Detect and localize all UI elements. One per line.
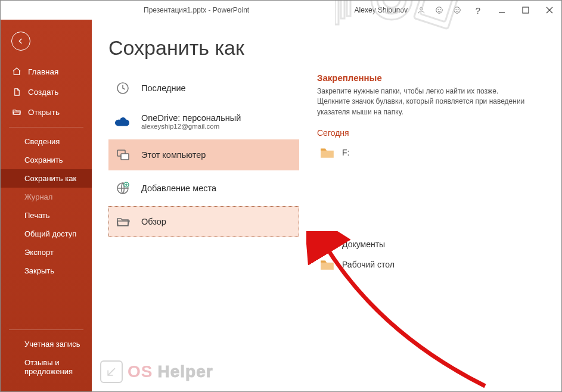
svg-point-10 [438, 9, 439, 10]
new-file-icon [11, 86, 22, 97]
pinned-heading: Закрепленные [317, 73, 544, 83]
sidebar-item-open[interactable]: Открыть [1, 102, 92, 122]
window-restore-button[interactable] [514, 1, 538, 20]
help-button[interactable]: ? [466, 1, 490, 20]
recent-folder-row[interactable]: F: [317, 142, 544, 163]
window-close-button[interactable] [538, 1, 561, 20]
sidebar-item-label: Главная [28, 67, 58, 76]
folder-documents[interactable]: Документы [317, 234, 544, 254]
pinned-description: Закрепите нужные папки, чтобы легко найт… [317, 86, 532, 117]
location-label: OneDrive: персональный [141, 113, 241, 123]
today-heading: Сегодня [317, 128, 544, 138]
location-sublabel: alexeyship12@gmail.com [141, 123, 241, 130]
locations-list: Последние OneDrive: персональный alexeys… [108, 73, 299, 275]
sidebar-item-history[interactable]: Журнал [1, 188, 92, 206]
back-button[interactable] [11, 32, 30, 51]
location-label: Последние [141, 83, 186, 93]
add-place-icon [114, 179, 132, 197]
sidebar-item-label: Учетная запись [24, 340, 80, 349]
sidebar-item-share[interactable]: Общий доступ [1, 225, 92, 243]
svg-rect-16 [523, 7, 529, 13]
sidebar-item-new[interactable]: Создать [1, 82, 92, 102]
sidebar-item-export[interactable]: Экспорт [1, 243, 92, 262]
emoji-sad-icon[interactable] [448, 1, 466, 20]
sidebar-separator [9, 329, 83, 330]
open-folder-icon [11, 107, 22, 117]
page-title: Сохранить как [108, 36, 544, 60]
sidebar-item-save-as[interactable]: Сохранить как [1, 169, 92, 188]
sidebar-item-home[interactable]: Главная [1, 61, 92, 82]
folder-label: Рабочий стол [342, 260, 395, 269]
svg-point-8 [420, 7, 423, 10]
user-name[interactable]: Alexey Shipunov [355, 6, 408, 14]
sidebar-item-save[interactable]: Сохранить [1, 151, 92, 169]
sidebar-item-info[interactable]: Сведения [1, 132, 92, 151]
window-minimize-button[interactable] [490, 1, 514, 20]
user-avatar-icon[interactable] [412, 1, 430, 20]
browse-folder-icon [114, 213, 132, 231]
sidebar-item-print[interactable]: Печать [1, 206, 92, 225]
sidebar-item-label: Общий доступ [24, 229, 76, 238]
sidebar-item-label: Отзывы и предложения [24, 358, 85, 376]
sidebar-separator [9, 127, 83, 127]
svg-point-12 [454, 7, 461, 14]
clock-icon [114, 79, 132, 97]
folder-icon [319, 258, 335, 271]
right-pane: Закрепленные Закрепите нужные папки, что… [317, 73, 544, 275]
main-panel: Сохранить как Последние OneDrive: персон… [92, 20, 561, 391]
svg-point-13 [456, 9, 457, 10]
titlebar: Презентация1.pptx - PowerPoint Alexey Sh… [1, 1, 561, 20]
sidebar-item-label: Экспорт [24, 248, 54, 257]
sidebar-item-label: Сведения [24, 137, 60, 146]
location-browse[interactable]: Обзор [108, 206, 299, 237]
sidebar-item-close[interactable]: Закрыть [1, 262, 92, 280]
sidebar-item-label: Создать [28, 88, 58, 97]
folder-icon [319, 146, 335, 159]
location-recent[interactable]: Последние [108, 73, 299, 104]
folder-icon [319, 238, 335, 251]
home-icon [11, 66, 22, 77]
sidebar-item-feedback[interactable]: Отзывы и предложения [1, 353, 92, 381]
location-onedrive[interactable]: OneDrive: персональный alexeyship12@gmai… [108, 106, 299, 137]
location-label: Добавление места [141, 183, 216, 193]
svg-point-9 [436, 7, 443, 14]
location-label: Этот компьютер [141, 150, 206, 160]
svg-point-14 [458, 9, 458, 10]
sidebar-item-label: Сохранить как [24, 174, 76, 183]
sidebar-item-label: Открыть [28, 108, 60, 117]
location-add-place[interactable]: Добавление места [108, 173, 299, 204]
sidebar-item-label: Закрыть [24, 266, 54, 275]
svg-rect-21 [121, 154, 129, 160]
sidebar-item-label: Журнал [24, 192, 52, 201]
location-label: Обзор [141, 217, 166, 226]
folder-label: F: [342, 148, 349, 157]
svg-point-11 [440, 9, 440, 10]
this-pc-icon [114, 146, 132, 164]
folder-desktop[interactable]: Рабочий стол [317, 254, 544, 275]
folder-label: Документы [342, 239, 385, 249]
document-title: Презентация1.pptx - PowerPoint [144, 6, 249, 14]
emoji-happy-icon[interactable] [430, 1, 448, 20]
onedrive-icon [114, 113, 132, 130]
sidebar-item-account[interactable]: Учетная запись [1, 335, 92, 353]
watermark: OS Helper [100, 360, 213, 383]
sidebar-item-label: Печать [24, 211, 50, 220]
app-window: Презентация1.pptx - PowerPoint Alexey Sh… [0, 0, 562, 392]
backstage-sidebar: Главная Создать Открыть Сведения Сохрани… [1, 20, 92, 391]
location-this-pc[interactable]: Этот компьютер [108, 139, 299, 170]
sidebar-item-label: Сохранить [24, 155, 63, 164]
